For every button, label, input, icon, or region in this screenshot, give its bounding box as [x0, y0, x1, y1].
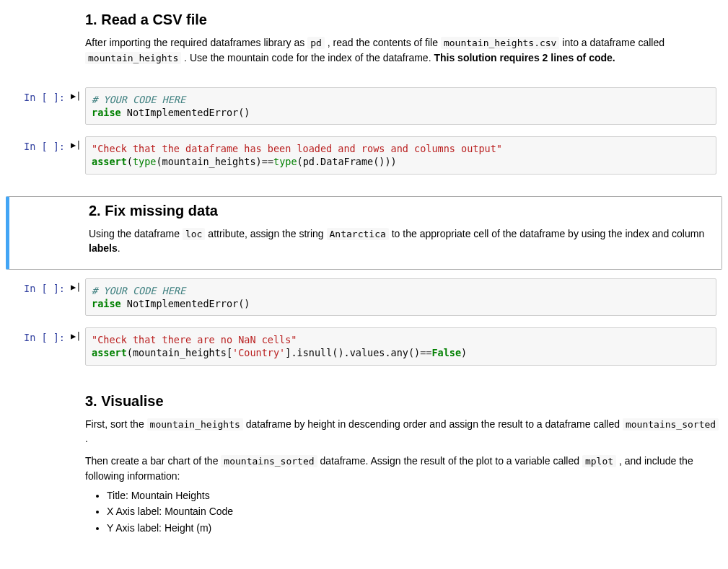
section2-heading: 2. Fix missing data [89, 203, 722, 219]
section3-list: Title: Mountain Heights X Axis label: Mo… [107, 488, 722, 536]
inline-code-pd: pd [307, 37, 325, 49]
section1-bold: This solution requires 2 lines of code. [434, 52, 615, 63]
prompt-empty [9, 200, 74, 204]
run-col-empty [71, 9, 85, 12]
prompt-empty [6, 9, 71, 13]
list-item: Title: Mountain Heights [107, 488, 722, 503]
inline-code-file: mountain_heights.csv [441, 37, 560, 49]
list-item: X Axis label: Mountain Code [107, 503, 722, 519]
section1-heading: 1. Read a CSV file [85, 12, 722, 28]
section3-heading: 3. Visualise [85, 393, 722, 410]
code-cell-1a[interactable]: In [ ]: ▶| # YOUR CODE HERE raise NotImp… [6, 84, 722, 128]
inline-code-mh: mountain_heights [147, 418, 243, 431]
section2-paragraph: Using the dataframe loc attribute, assig… [89, 226, 722, 256]
inline-code-antarctica: Antarctica [327, 228, 389, 240]
run-col-empty [71, 390, 85, 394]
run-col-empty [74, 200, 89, 203]
markdown-cell-2[interactable]: 2. Fix missing data Using the dataframe … [6, 196, 722, 270]
inline-code-ms2: mountains_sorted [221, 455, 317, 467]
section1-paragraph: After importing the required dataframes … [85, 35, 722, 66]
inline-code-loc: loc [183, 228, 205, 240]
in-prompt: In [ ]: [6, 327, 71, 343]
code-area-1a[interactable]: # YOUR CODE HERE raise NotImplementedErr… [85, 87, 716, 125]
inline-code-df: mountain_heights [85, 52, 181, 64]
run-cell-icon[interactable]: ▶| [71, 282, 81, 292]
in-prompt: In [ ]: [6, 278, 71, 294]
code-area-2a[interactable]: # YOUR CODE HERE raise NotImplementedErr… [85, 278, 716, 316]
section3-p2: Then create a bar chart of the mountains… [85, 454, 722, 483]
in-prompt: In [ ]: [6, 87, 71, 103]
code-cell-1b[interactable]: In [ ]: ▶| "Check that the dataframe has… [6, 133, 722, 177]
code-cell-2a[interactable]: In [ ]: ▶| # YOUR CODE HERE raise NotImp… [6, 275, 722, 319]
code-area-2b[interactable]: "Check that there are no NaN cells" asse… [85, 327, 716, 365]
markdown-body-3: 3. Visualise First, sort the mountain_he… [85, 390, 722, 544]
run-cell-icon[interactable]: ▶| [71, 91, 81, 101]
run-cell-icon[interactable]: ▶| [71, 331, 81, 341]
section2-bold: labels [89, 242, 118, 254]
prompt-empty [6, 390, 71, 394]
inline-code-ms: mountains_sorted [623, 418, 719, 431]
section3-p1: First, sort the mountain_heights datafra… [85, 417, 722, 446]
markdown-cell-3[interactable]: 3. Visualise First, sort the mountain_he… [6, 387, 722, 547]
inline-code-mplot: mplot [582, 455, 616, 467]
in-prompt: In [ ]: [6, 136, 71, 152]
markdown-body-1: 1. Read a CSV file After importing the r… [85, 9, 722, 76]
list-item: Y Axis label: Height (m) [107, 520, 722, 536]
code-cell-3a[interactable]: In [ ]: ▶| # YOUR CODE HERE raise NotImp… [6, 566, 722, 569]
markdown-body-2: 2. Fix missing data Using the dataframe … [89, 200, 722, 266]
notebook-container: 1. Read a CSV file After importing the r… [0, 6, 728, 569]
code-area-1b[interactable]: "Check that the dataframe has been loade… [85, 136, 716, 174]
run-cell-icon[interactable]: ▶| [71, 140, 81, 150]
code-cell-2b[interactable]: In [ ]: ▶| "Check that there are no NaN … [6, 325, 722, 368]
markdown-cell-1[interactable]: 1. Read a CSV file After importing the r… [6, 6, 722, 79]
